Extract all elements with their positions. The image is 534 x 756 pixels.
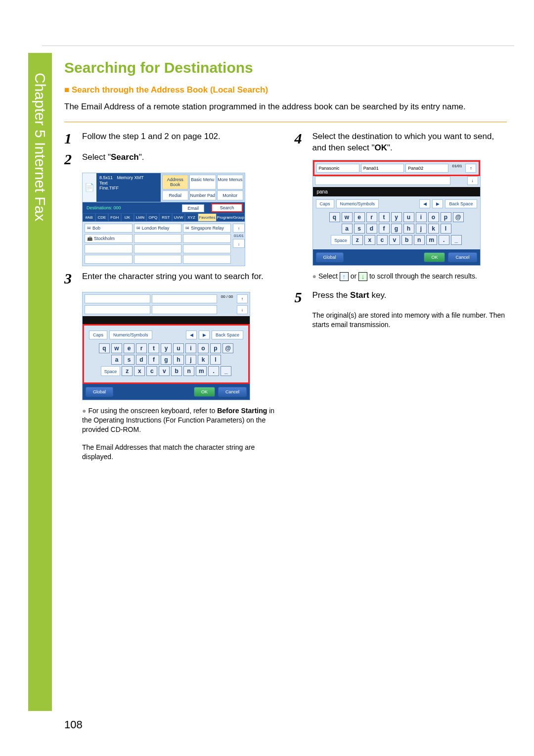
key-m[interactable]: m — [196, 366, 207, 376]
idx-fgh[interactable]: FGH — [108, 213, 121, 222]
key-f[interactable]: f — [148, 355, 159, 365]
result-slot[interactable]: Panasonic — [316, 164, 359, 173]
contact-item[interactable]: 📠 Stockholm — [85, 234, 133, 243]
backspace-button[interactable]: Back Space — [445, 199, 477, 208]
key-x[interactable]: x — [134, 366, 145, 376]
search-button-highlighted[interactable]: Search — [211, 203, 243, 212]
space-button[interactable]: Space — [101, 366, 121, 376]
contact-item[interactable]: ✉ Bob — [85, 224, 133, 233]
global-button[interactable]: Global — [86, 387, 113, 397]
result-slot[interactable]: Pana02 — [405, 164, 448, 173]
key-w[interactable]: w — [342, 212, 353, 222]
caps-button[interactable]: Caps — [316, 199, 334, 208]
result-slot[interactable] — [152, 294, 218, 303]
key-v[interactable]: v — [389, 235, 400, 245]
key-.[interactable]: . — [208, 366, 219, 376]
result-slot[interactable] — [315, 176, 450, 185]
key-_[interactable]: _ — [451, 235, 462, 245]
idx-favorites[interactable]: Favorites — [198, 213, 217, 222]
arrow-up-icon[interactable]: ↑ — [237, 294, 248, 303]
idx-ab[interactable]: #AB — [83, 213, 95, 222]
contact-item-empty[interactable] — [134, 234, 182, 243]
key-q[interactable]: q — [99, 343, 110, 353]
key-p[interactable]: p — [441, 212, 451, 222]
arrow-right-icon[interactable]: ▶ — [432, 199, 443, 208]
result-slot[interactable] — [152, 305, 218, 314]
key-w[interactable]: w — [111, 343, 122, 353]
key-i[interactable]: i — [416, 212, 427, 222]
key-c[interactable]: c — [146, 366, 157, 376]
key-r[interactable]: r — [366, 212, 377, 222]
contact-item-empty[interactable] — [183, 255, 231, 264]
key-q[interactable]: q — [329, 212, 340, 222]
tab-more-menus[interactable]: More Menus — [217, 175, 244, 189]
idx-xyz[interactable]: XYZ — [185, 213, 198, 222]
tab-number-pad[interactable]: Number Pad — [189, 190, 216, 200]
key-d[interactable]: d — [366, 224, 377, 234]
caps-button[interactable]: Caps — [89, 331, 107, 339]
key-i[interactable]: i — [185, 343, 196, 353]
key-h[interactable]: h — [403, 224, 414, 234]
idx-program-group[interactable]: Program/Group — [217, 213, 245, 222]
arrow-down-icon[interactable]: ↓ — [467, 176, 478, 185]
contact-item[interactable]: ✉ London Relay — [134, 224, 182, 233]
idx-lmn[interactable]: LMN — [134, 213, 147, 222]
key-@[interactable]: @ — [453, 212, 464, 222]
key-m[interactable]: m — [426, 235, 437, 245]
tab-email[interactable]: Email — [182, 204, 204, 212]
key-y[interactable]: y — [391, 212, 402, 222]
ok-button[interactable]: OK — [424, 252, 445, 262]
key-@[interactable]: @ — [222, 343, 233, 353]
numeric-symbols-button[interactable]: Numeric/Symbols — [336, 199, 379, 208]
key-c[interactable]: c — [377, 235, 388, 245]
key-e[interactable]: e — [124, 343, 134, 353]
arrow-down-icon[interactable]: ↓ — [237, 305, 248, 314]
key-x[interactable]: x — [364, 235, 375, 245]
result-slot[interactable] — [85, 294, 150, 303]
key-d[interactable]: d — [136, 355, 147, 365]
key-f[interactable]: f — [379, 224, 390, 234]
arrow-left-icon[interactable]: ◀ — [186, 331, 197, 339]
contact-item-empty[interactable] — [134, 255, 182, 264]
contact-item-empty[interactable] — [183, 244, 231, 253]
contact-item-empty[interactable] — [85, 255, 133, 264]
key-a[interactable]: a — [342, 224, 353, 234]
idx-uvw[interactable]: UVW — [172, 213, 185, 222]
backspace-button[interactable]: Back Space — [212, 331, 243, 339]
arrow-up-icon[interactable]: ↑ — [465, 164, 476, 173]
key-s[interactable]: s — [124, 355, 134, 365]
key-k[interactable]: k — [428, 224, 439, 234]
key-l[interactable]: l — [441, 224, 451, 234]
key-u[interactable]: u — [403, 212, 414, 222]
key-g[interactable]: g — [391, 224, 402, 234]
key-p[interactable]: p — [210, 343, 221, 353]
result-slot[interactable]: Pana01 — [361, 164, 404, 173]
key-j[interactable]: j — [416, 224, 427, 234]
contact-item-empty[interactable] — [134, 244, 182, 253]
key-_[interactable]: _ — [221, 366, 231, 376]
key-n[interactable]: n — [183, 366, 194, 376]
key-l[interactable]: l — [210, 355, 221, 365]
ok-button[interactable]: OK — [194, 387, 215, 397]
key-j[interactable]: j — [185, 355, 196, 365]
numeric-symbols-button[interactable]: Numeric/Symbols — [109, 331, 152, 339]
arrow-left-icon[interactable]: ◀ — [419, 199, 430, 208]
key-k[interactable]: k — [198, 355, 209, 365]
result-slot[interactable] — [85, 305, 150, 314]
key-o[interactable]: o — [198, 343, 209, 353]
key-u[interactable]: u — [173, 343, 184, 353]
idx-rst[interactable]: RST — [159, 213, 172, 222]
key-b[interactable]: b — [401, 235, 412, 245]
key-b[interactable]: b — [171, 366, 182, 376]
contact-item-empty[interactable] — [183, 234, 231, 243]
cancel-button[interactable]: Cancel — [448, 252, 477, 262]
key-z[interactable]: z — [352, 235, 363, 245]
space-button[interactable]: Space — [331, 235, 351, 245]
global-button[interactable]: Global — [316, 252, 344, 262]
key-t[interactable]: t — [148, 343, 159, 353]
tab-monitor[interactable]: Monitor — [217, 190, 244, 200]
idx-ijk[interactable]: IJK — [121, 213, 134, 222]
tab-basic-menu[interactable]: Basic Menu — [189, 175, 216, 189]
key-e[interactable]: e — [354, 212, 365, 222]
contact-item[interactable]: ✉ Singapore Relay — [183, 224, 231, 233]
